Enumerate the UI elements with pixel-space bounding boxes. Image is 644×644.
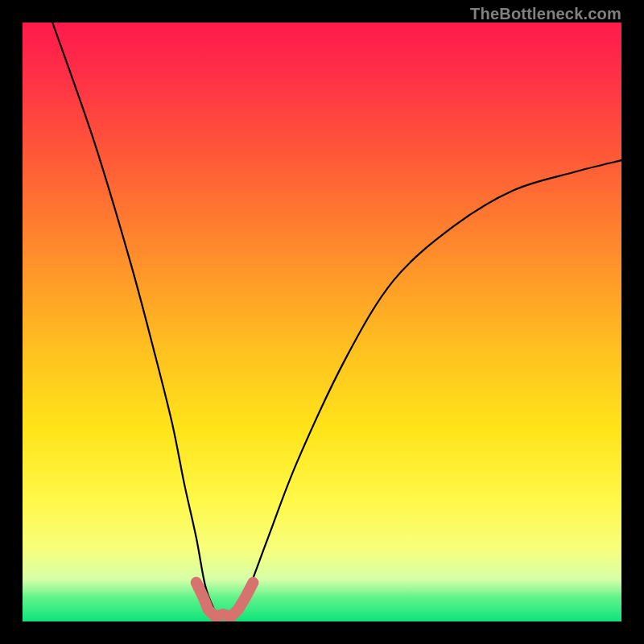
bottleneck-chart [23, 23, 621, 621]
watermark-text: TheBottleneck.com [470, 5, 621, 23]
marker-bumps [196, 583, 254, 617]
bottleneck-curve [52, 23, 621, 620]
plot-area [23, 23, 621, 621]
